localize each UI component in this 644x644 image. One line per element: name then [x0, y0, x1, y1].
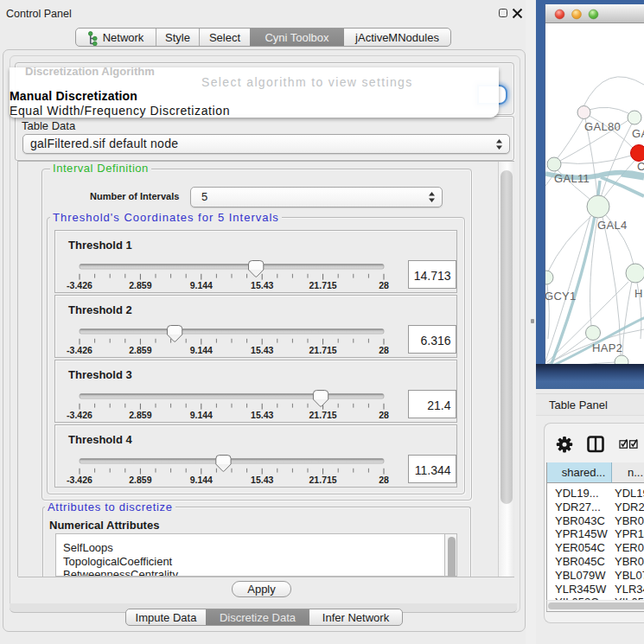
- svg-text:GA: GA: [632, 127, 644, 140]
- svg-text:GAL11: GAL11: [554, 172, 590, 185]
- svg-text:H: H: [634, 287, 643, 300]
- svg-text:GAL80: GAL80: [584, 120, 621, 133]
- svg-text:C: C: [637, 160, 644, 173]
- svg-text:HAP2: HAP2: [592, 341, 622, 354]
- svg-text:GCY1: GCY1: [545, 290, 577, 303]
- svg-text:GAL4: GAL4: [597, 219, 627, 232]
